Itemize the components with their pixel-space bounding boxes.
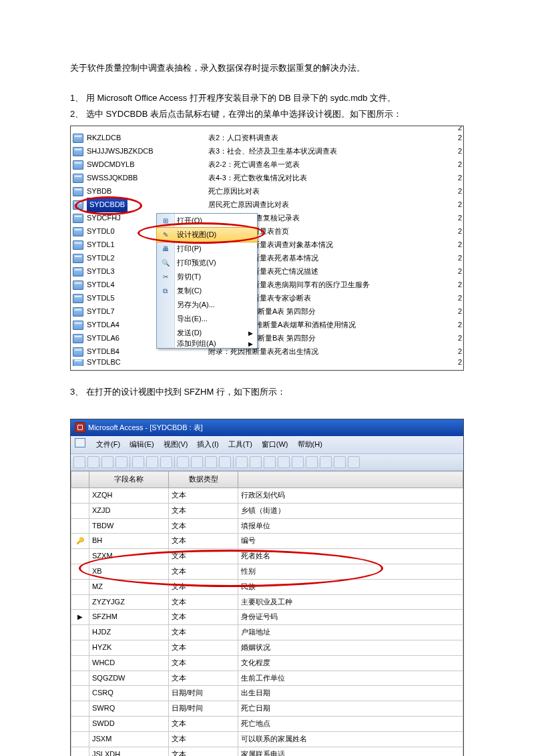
field-row[interactable]: TBDW文本填报单位: [71, 518, 463, 534]
context-menu: ⊞打开(O)✎设计视图(D)🖶打印(P)🔍打印预览(V)✂剪切(T)⧉复制(C)…: [156, 213, 258, 349]
menu-icon: [160, 300, 170, 310]
table-icon: [73, 227, 83, 236]
table-row[interactable]: SHJJJWSJBZKDCB表3：社会、经济及卫生基本状况调查表2: [71, 146, 463, 157]
table-icon: [73, 240, 83, 250]
doc-title: 关于软件质量控制中调查表抽检，录入数据保存时提示数据重复的解决办法。: [70, 60, 464, 75]
table-icon: [73, 321, 83, 330]
menu-item[interactable]: 另存为(A)...: [157, 298, 257, 312]
table-row[interactable]: SYTDLA6附录1-2 死因推断量B表 第四部分2: [71, 333, 463, 344]
field-row[interactable]: SQGZDW文本生前工作单位: [71, 671, 463, 686]
primary-key-icon: 🔑: [76, 537, 84, 544]
table-icon: [73, 347, 83, 357]
menu-item[interactable]: 插入(I): [197, 438, 218, 451]
menu-label: 剪切(T): [177, 270, 201, 284]
menu-icon: ⊞: [160, 216, 170, 226]
field-row[interactable]: HJDZ文本户籍地址: [71, 625, 463, 640]
field-row[interactable]: JSXM文本可以联系的家属姓名: [71, 731, 463, 747]
menu-icon: 🔍: [160, 258, 170, 268]
step-1: 1、 用 Microsoft Office Access 打开程序安装目录下的 …: [70, 90, 464, 106]
field-row[interactable]: WHCD文本文化程度: [71, 655, 463, 671]
menubar: 文件(F)编辑(E)视图(V)插入(I)工具(T)窗口(W)帮助(H): [71, 436, 463, 454]
table-icon: [73, 134, 83, 143]
table-icon: [73, 307, 83, 317]
table-icon: [73, 254, 83, 263]
table-row[interactable]: SYTDLBC2: [71, 359, 463, 366]
table-row[interactable]: RKZLDCB表2：人口资料调查表2: [71, 132, 463, 144]
access-titlebar: Microsoft Access - [SYDCBDB : 表]: [71, 419, 463, 437]
table-row[interactable]: SYTDL2附录：死因推断量表死者基本情况2: [71, 252, 463, 264]
titlebar-text: Microsoft Access - [SYDCBDB : 表]: [88, 421, 203, 435]
table-icon: [73, 187, 83, 196]
menu-item[interactable]: 文件(F): [96, 438, 120, 451]
menu-label: 另存为(A)...: [177, 299, 215, 312]
table-row[interactable]: SWSSJQKDBB表4-3：死亡数收集情况对比表2: [71, 172, 463, 184]
menu-label: 设计视图(D): [177, 228, 216, 242]
table-icon: [73, 294, 83, 303]
col-fieldname: 字段名称: [89, 471, 169, 488]
window-icon: [75, 438, 85, 447]
table-row[interactable]: SYTDLA4附录1-1：死因推断量A表烟草和酒精使用情况2: [71, 319, 463, 331]
design-grid: 字段名称 数据类型 XZQH文本行政区划代码XZJD文本乡镇（街道）TBDW文本…: [71, 471, 463, 756]
menu-label: 复制(C): [177, 285, 202, 298]
field-row[interactable]: XB文本性别: [71, 564, 463, 579]
field-row[interactable]: XZJD文本乡镇（街道）: [71, 503, 463, 518]
table-icon: [73, 160, 83, 170]
menu-item[interactable]: 🔍打印预览(V): [157, 256, 257, 270]
menu-item[interactable]: ⧉复制(C): [157, 284, 257, 298]
step-3: 3、 在打开的设计视图中找到 SFZHM 行，如下图所示：: [70, 384, 464, 399]
menu-item[interactable]: 帮助(H): [298, 438, 322, 451]
menu-label: 导出(E)...: [177, 313, 208, 326]
menu-label: 发送(D): [177, 327, 202, 340]
table-row[interactable]: SYTDL0附录：死因推断量表首页2: [71, 226, 463, 237]
field-row[interactable]: JSLXDH文本家属联系电话: [71, 747, 463, 756]
table-icon: [73, 334, 83, 343]
table-row[interactable]: SYTDL5附录：死因推断量表专家诊断表2: [71, 293, 463, 304]
field-row[interactable]: SWRQ日期/时间死亡日期: [71, 701, 463, 717]
menu-item[interactable]: ✎设计视图(D): [156, 227, 258, 242]
menu-item[interactable]: 视图(V): [164, 438, 188, 451]
field-row[interactable]: HYZK文本婚姻状况: [71, 640, 463, 655]
col-datatype: 数据类型: [169, 471, 238, 488]
menu-item[interactable]: ✂剪切(T): [157, 270, 257, 284]
table-row[interactable]: SYTDL7附录1-1 死因推断量A表 第四部分2: [71, 306, 463, 317]
field-row[interactable]: CSRQ日期/时间出生日期: [71, 686, 463, 701]
field-row[interactable]: SWDD文本死亡地点: [71, 716, 463, 731]
toolbar: [71, 454, 463, 471]
menu-label: 打开(O): [177, 214, 202, 228]
step-2: 2、 选中 SYDCBDB 表后点击鼠标右键，在弹出的菜单中选择设计视图。如下图…: [70, 106, 464, 122]
table-row[interactable]: SYTDL1附录：死因推断量表调查对象基本情况2: [71, 239, 463, 250]
table-icon: [73, 174, 83, 183]
menu-item[interactable]: ⊞打开(O): [157, 214, 257, 228]
menu-icon: ✂: [160, 272, 170, 282]
menu-icon: 🖶: [160, 244, 170, 254]
menu-icon: ✎: [160, 230, 170, 240]
field-row[interactable]: SZXM文本死者姓名: [71, 549, 463, 564]
table-row[interactable]: SYTDL3附录：死因推断量表死亡情况描述2: [71, 266, 463, 277]
menu-label: 添加到组(A): [177, 340, 216, 348]
table-icon: [73, 280, 83, 290]
field-row[interactable]: XZQH文本行政区划代码: [71, 488, 463, 503]
menu-item[interactable]: 工具(T): [228, 438, 252, 451]
table-row[interactable]: SYTDL4附录：死因推断量表患病期间享有的医疗卫生服务2: [71, 279, 463, 291]
menu-icon: ⧉: [160, 286, 170, 296]
table-icon: [73, 147, 83, 156]
menu-item[interactable]: 编辑(E): [129, 438, 154, 451]
table-row[interactable]: SYDCFHJ表4-6：死因调查复核记录表2: [71, 212, 463, 224]
menu-item[interactable]: 发送(D)▶: [157, 326, 257, 340]
field-row[interactable]: ZYZYJGZ文本主要职业及工种: [71, 594, 463, 610]
field-row[interactable]: ▶SFZHM文本身份证号码: [71, 610, 463, 625]
menu-item[interactable]: 添加到组(A)▶: [157, 340, 257, 348]
table-row[interactable]: SYBDB死亡原因比对表2: [71, 186, 463, 197]
menu-label: 打印预览(V): [177, 256, 216, 270]
table-row[interactable]: SWDCMDYLB表2-2：死亡调查名单一览表2: [71, 159, 463, 170]
field-row[interactable]: MZ文本民族: [71, 579, 463, 594]
table-icon: [73, 359, 83, 366]
menu-item[interactable]: 导出(E)...: [157, 312, 257, 326]
col-desc: [238, 471, 463, 488]
field-row[interactable]: 🔑BH文本编号: [71, 534, 463, 549]
menu-item[interactable]: 🖶打印(P): [157, 242, 257, 256]
table-row[interactable]: SYDCBDB居民死亡原因调查比对表2: [71, 199, 463, 210]
menu-item[interactable]: 窗口(W): [262, 438, 288, 451]
menu-icon: [160, 342, 170, 348]
table-row[interactable]: SYTDLB4附录：死因推断量表死者出生情况2: [71, 346, 463, 357]
